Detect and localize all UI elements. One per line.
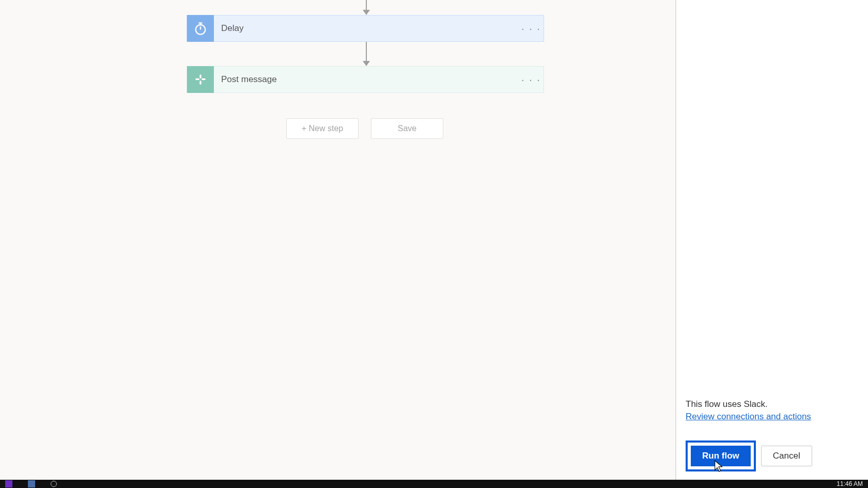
flow-canvas: Delay · · · Post message · · · + New ste… — [0, 0, 676, 488]
svg-rect-7 — [199, 81, 201, 85]
taskbar-app-icon[interactable] — [5, 480, 12, 487]
review-connections-link[interactable]: Review connections and actions — [686, 412, 811, 422]
cancel-button[interactable]: Cancel — [761, 446, 812, 466]
taskbar: 11:46 AM — [0, 480, 868, 488]
svg-rect-6 — [199, 74, 201, 78]
flow-step-label: Delay — [214, 23, 519, 34]
save-button[interactable]: Save — [371, 118, 443, 139]
step-menu-button[interactable]: · · · — [519, 66, 544, 93]
step-menu-button[interactable]: · · · — [519, 15, 544, 42]
slack-icon — [187, 66, 214, 93]
flow-step-post-message[interactable]: Post message · · · — [187, 66, 544, 93]
new-step-button[interactable]: + New step — [286, 118, 359, 139]
taskbar-app-icon[interactable] — [51, 481, 57, 487]
panel-info-text: This flow uses Slack. — [686, 399, 859, 410]
taskbar-clock: 11:46 AM — [836, 480, 863, 487]
run-flow-panel: This flow uses Slack. Review connections… — [676, 0, 868, 488]
canvas-actions: + New step Save — [286, 118, 443, 139]
svg-rect-5 — [202, 78, 206, 80]
connector-arrow — [362, 42, 371, 66]
run-flow-button[interactable]: Run flow — [691, 446, 751, 466]
svg-rect-4 — [195, 78, 199, 80]
flow-step-delay[interactable]: Delay · · · — [187, 15, 544, 42]
flow-step-label: Post message — [214, 74, 519, 85]
run-flow-highlight: Run flow — [686, 440, 756, 471]
stopwatch-icon — [187, 15, 214, 42]
connector-arrow — [362, 0, 371, 15]
taskbar-app-icon[interactable] — [28, 480, 35, 487]
